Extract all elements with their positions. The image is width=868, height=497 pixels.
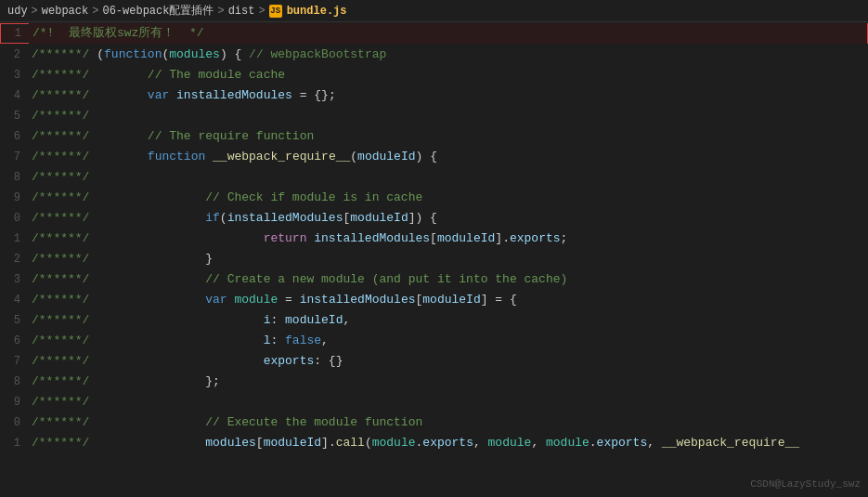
watermark: CSDN@LazyStudy_swz [750,478,861,490]
code-line: 5/******/ i: moduleId, [0,310,868,331]
line-number: 6 [0,334,28,347]
line-number: 4 [0,89,28,102]
code-line: 3/******/ // The module cache [0,65,868,85]
line-number: 9 [0,191,28,204]
line-content: /******/ i: moduleId, [28,310,868,331]
code-editor: 1/*! 最终版权swz所有！ */2/******/ (function(mo… [0,22,868,497]
line-number: 7 [0,150,28,163]
code-line: 8/******/ }; [0,372,868,392]
line-number: 7 [0,355,28,368]
line-content: /******/ function __webpack_require__(mo… [28,147,868,167]
line-content: /******/ l: false, [28,331,868,351]
code-line: 8/******/ [0,167,868,188]
code-line: 6/******/ l: false, [0,331,868,351]
line-content: /*! 最终版权swz所有！ */ [29,23,867,44]
breadcrumb-webpack: webpack [42,5,88,18]
line-number: 2 [0,253,28,266]
line-number: 3 [0,273,28,286]
code-line: 2/******/ (function(modules) { // webpac… [0,45,868,65]
code-line: 1/******/ return installedModules[module… [0,229,868,249]
code-line: 0/******/ if(installedModules[moduleId])… [0,208,868,229]
line-content: /******/ // Execute the module function [28,412,868,433]
line-number: 1 [0,437,28,450]
line-number: 1 [0,232,28,245]
line-content: /******/ var installedModules = {}; [28,85,868,106]
line-content: /******/ // The module cache [28,65,868,85]
breadcrumb-dist: dist [228,5,255,18]
code-line: 1/*! 最终版权swz所有！ */ [0,23,868,44]
line-content: /******/ [28,392,868,412]
line-number: 3 [0,69,28,82]
line-content: /******/ exports: {} [28,351,868,372]
line-content: /******/ [28,106,868,126]
line-number: 9 [0,396,28,409]
line-content: /******/ }; [28,372,868,392]
line-content: /******/ (function(modules) { // webpack… [28,45,868,65]
line-number: 2 [0,48,28,61]
code-line: 3/******/ // Create a new module (and pu… [0,269,868,290]
breadcrumb-bar: udy > webpack > 06-webpack配置插件 > dist > … [0,0,868,22]
code-line: 9/******/ // Check if module is in cache [0,188,868,208]
code-line: 9/******/ [0,392,868,412]
line-content: /******/ return installedModules[moduleI… [28,229,868,249]
js-file-icon: JS [269,5,282,18]
code-line: 7/******/ exports: {} [0,351,868,372]
line-content: /******/ // Check if module is in cache [28,188,868,208]
line-number: 4 [0,294,28,307]
line-number: 0 [0,416,28,429]
code-line: 4/******/ var module = installedModules[… [0,290,868,310]
code-line: 7/******/ function __webpack_require__(m… [0,147,868,167]
line-number: 8 [0,171,28,184]
code-line: 5/******/ [0,106,868,126]
code-line: 1/******/ modules[moduleId].call(module.… [0,433,868,453]
line-content: /******/ modules[moduleId].call(module.e… [28,433,868,453]
code-area[interactable]: 1/*! 最终版权swz所有！ */2/******/ (function(mo… [0,22,868,497]
breadcrumb-filename: bundle.js [287,5,347,18]
code-line: 0/******/ // Execute the module function [0,412,868,433]
code-line: 2/******/ } [0,249,868,269]
line-content: /******/ } [28,249,868,269]
line-number: 8 [0,375,28,388]
line-number: 5 [0,314,28,327]
line-content: /******/ var module = installedModules[m… [28,290,868,310]
line-content: /******/ // Create a new module (and put… [28,269,868,290]
line-content: /******/ if(installedModules[moduleId]) … [28,208,868,229]
breadcrumb-udy: udy [7,5,28,18]
line-number: 1 [1,27,29,40]
line-content: /******/ [28,167,868,188]
line-number: 5 [0,110,28,123]
breadcrumb-folder: 06-webpack配置插件 [102,3,214,19]
code-line: 6/******/ // The require function [0,126,868,147]
code-line: 4/******/ var installedModules = {}; [0,85,868,106]
line-content: /******/ // The require function [28,126,868,147]
line-number: 0 [0,212,28,225]
line-number: 6 [0,130,28,143]
